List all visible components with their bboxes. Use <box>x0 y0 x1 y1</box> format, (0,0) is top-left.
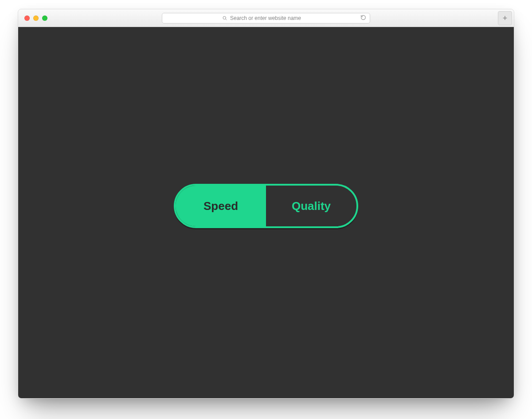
window-zoom-button[interactable] <box>42 16 47 21</box>
address-bar[interactable]: Search or enter website name <box>162 13 370 23</box>
new-tab-button[interactable]: + <box>498 11 512 25</box>
toggle-option-label: Speed <box>203 199 238 213</box>
window-close-button[interactable] <box>24 16 30 21</box>
mode-toggle[interactable]: Speed Quality <box>174 184 358 228</box>
toggle-option-label: Quality <box>292 199 331 213</box>
browser-window: Search or enter website name + Speed Qua… <box>18 9 514 399</box>
toggle-option-quality[interactable]: Quality <box>266 186 356 226</box>
plus-icon: + <box>503 14 508 22</box>
svg-line-1 <box>226 19 227 19</box>
window-minimize-button[interactable] <box>33 16 39 21</box>
page-viewport: Speed Quality <box>18 27 514 398</box>
toggle-option-speed[interactable]: Speed <box>176 186 266 226</box>
address-bar-placeholder: Search or enter website name <box>230 15 301 21</box>
refresh-icon[interactable] <box>360 15 366 22</box>
browser-chrome-bar: Search or enter website name + <box>18 9 514 27</box>
window-controls <box>24 16 47 21</box>
search-icon <box>222 16 227 21</box>
